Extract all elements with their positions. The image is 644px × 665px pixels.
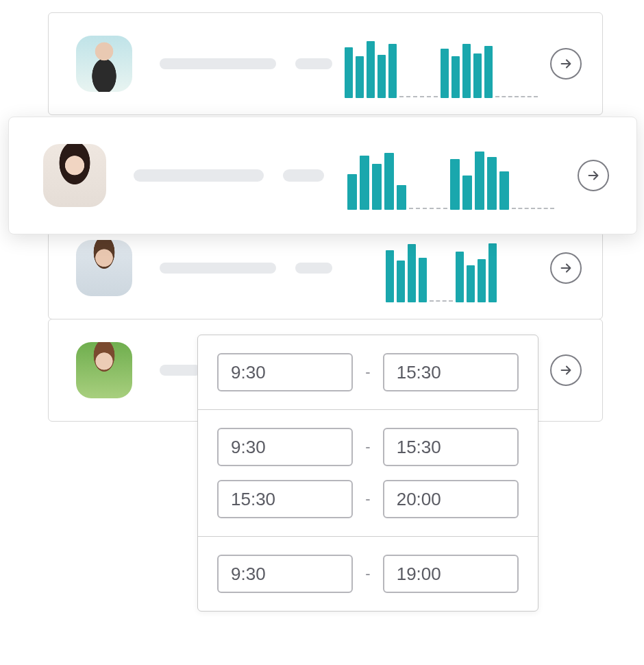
time-range-separator: - (365, 363, 370, 381)
user-row-selected[interactable] (8, 117, 637, 234)
time-range-separator: - (365, 490, 370, 508)
activity-sparkline (332, 234, 550, 302)
avatar (76, 342, 132, 398)
avatar (76, 240, 132, 296)
time-range-popup: 9:30 - 15:30 9:30 - 15:30 15:30 - 20:00 … (197, 335, 538, 612)
time-range-row: 9:30 - 15:30 (217, 353, 519, 391)
user-info-placeholder (160, 58, 332, 69)
start-time-input[interactable]: 9:30 (217, 428, 353, 466)
start-time-input[interactable]: 9:30 (217, 555, 353, 593)
time-range-row: 9:30 - 15:30 (217, 428, 519, 466)
end-time-input[interactable]: 20:00 (383, 480, 519, 518)
end-time-input[interactable]: 15:30 (383, 428, 519, 466)
user-row[interactable] (48, 12, 603, 115)
activity-sparkline (332, 29, 550, 98)
open-detail-button[interactable] (578, 160, 609, 191)
time-section: 9:30 - 19:00 (198, 536, 538, 611)
time-range-row: 15:30 - 20:00 (217, 480, 519, 518)
time-section: 9:30 - 15:30 15:30 - 20:00 (198, 409, 538, 536)
open-detail-button[interactable] (550, 354, 582, 386)
time-section: 9:30 - 15:30 (198, 335, 538, 409)
arrow-right-icon (558, 261, 573, 276)
activity-sparkline (324, 141, 578, 210)
arrow-right-icon (558, 363, 573, 378)
open-detail-button[interactable] (550, 48, 582, 80)
time-range-row: 9:30 - 19:00 (217, 555, 519, 593)
time-range-separator: - (365, 565, 370, 583)
end-time-input[interactable]: 15:30 (383, 353, 519, 391)
user-info-placeholder (134, 169, 324, 182)
avatar (43, 144, 106, 207)
user-info-placeholder (160, 263, 332, 274)
open-detail-button[interactable] (550, 252, 582, 284)
end-time-input[interactable]: 19:00 (383, 555, 519, 593)
start-time-input[interactable]: 15:30 (217, 480, 353, 518)
arrow-right-icon (586, 168, 601, 183)
user-info-placeholder (160, 365, 201, 376)
start-time-input[interactable]: 9:30 (217, 353, 353, 391)
time-range-separator: - (365, 438, 370, 456)
avatar (76, 36, 132, 92)
arrow-right-icon (558, 56, 573, 71)
